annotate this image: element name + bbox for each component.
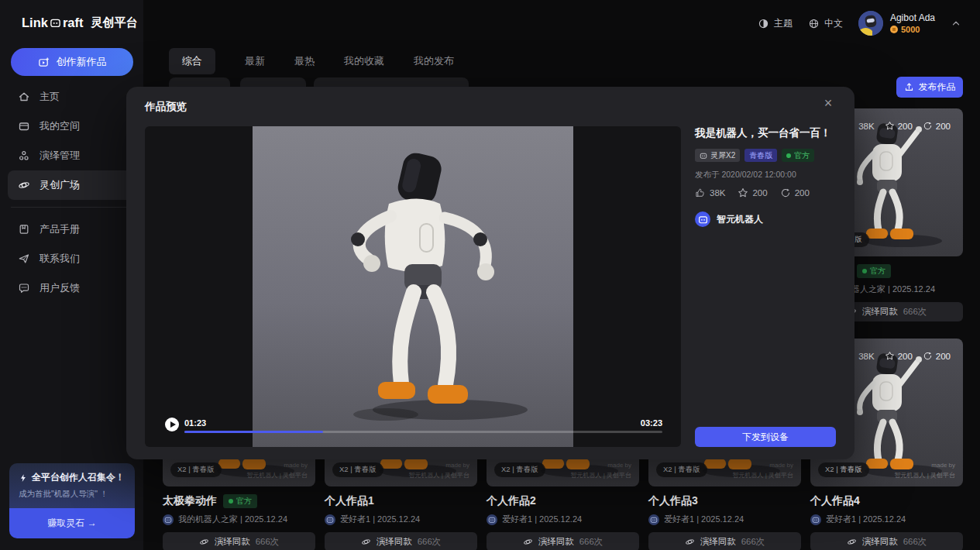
coin-icon (890, 26, 898, 33)
user-avatar[interactable] (858, 11, 883, 36)
remix-count: 666次 (903, 536, 927, 548)
remix-label: 演绎同款 (700, 536, 736, 548)
tab-hottest[interactable]: 最热 (294, 54, 315, 68)
card-title: 个人作品3 (648, 494, 698, 508)
work-stats: 38K 200 200 (695, 187, 836, 198)
theme-toggle[interactable]: 主题 (758, 17, 793, 30)
chevron-up-icon[interactable] (951, 18, 961, 29)
sidebar-item-performance-management[interactable]: 演绎管理 (8, 141, 136, 170)
promo-subtitle: 成为首批"机器人导演" ！ (19, 489, 126, 500)
official-tag: 官方 (782, 149, 814, 162)
theme-label: 主题 (774, 17, 793, 30)
robot-face-icon (698, 215, 708, 225)
model-tag: X2 | 青春版 (494, 462, 545, 477)
author-row[interactable]: 智元机器人 (695, 211, 836, 227)
progress-bar[interactable] (184, 431, 662, 433)
sidebar-item-lingchuang-plaza[interactable]: 灵创广场 (8, 170, 136, 200)
promo-info: 全平台创作人召集令！ 成为首批"机器人导演" ！ (9, 463, 135, 508)
coin-amount: 5000 (901, 25, 920, 34)
share-button[interactable]: 200 (780, 187, 810, 198)
progress-fill (184, 431, 323, 433)
sidebar-item-user-feedback[interactable]: 用户反馈 (8, 273, 136, 303)
paper-plane-icon (18, 253, 30, 265)
close-icon[interactable]: × (820, 95, 836, 111)
send-to-device-button[interactable]: 下发到设备 (695, 427, 836, 447)
tab-my-posts[interactable]: 我的发布 (414, 54, 454, 68)
made-by-watermark: made by智元机器人 | 灵创平台 (570, 461, 631, 481)
brand-logo: Link raft 灵创平台 (22, 15, 138, 30)
official-badge: 官方 (223, 494, 257, 508)
remix-button[interactable]: 演绎同款 666次 (163, 532, 315, 550)
sidebar-divider (11, 207, 132, 208)
share-icon (780, 187, 791, 198)
star-button[interactable]: 200 (738, 187, 767, 198)
model-tag: 灵犀X2 (695, 149, 740, 162)
remix-count: 666次 (256, 536, 280, 548)
remix-count: 666次 (579, 536, 603, 548)
publish-date: 发布于 2020/02/02 12:00:00 (695, 170, 836, 180)
header-right: 主题 中文 Agibot Ada (758, 8, 961, 39)
remix-button[interactable]: 演绎同款 666次 (810, 532, 963, 550)
remix-button[interactable]: 演绎同款 666次 (325, 532, 477, 550)
planet-icon (18, 179, 30, 191)
card-title-row: 个人作品1 (325, 494, 477, 508)
sidebar-item-label: 灵创广场 (40, 178, 80, 192)
theme-icon (758, 18, 769, 29)
current-time: 01:23 (184, 418, 206, 428)
video-plus-icon (38, 57, 50, 68)
remix-label: 演绎同款 (862, 536, 898, 548)
play-button[interactable] (165, 418, 179, 431)
send-to-device-label: 下发到设备 (742, 431, 789, 444)
publish-work-button[interactable]: 发布作品 (896, 77, 963, 98)
tab-my-favorites[interactable]: 我的收藏 (344, 54, 384, 68)
work-preview-modal: 作品预览 × 01:23 03:23 我是机器人，买一台省一百！ 灵犀X2 青春… (126, 87, 854, 459)
remix-button[interactable]: 演绎同款 666次 (487, 532, 639, 550)
official-badge: 官方 (857, 264, 891, 278)
video-player[interactable]: 01:23 03:23 (145, 126, 681, 447)
author-avatar (487, 514, 497, 525)
remix-label: 演绎同款 (215, 536, 250, 548)
planet-icon (685, 537, 695, 547)
model-tag: X2 | 青春版 (332, 462, 383, 477)
tab-newest[interactable]: 最新 (245, 54, 265, 68)
card-title-row: 太极拳动作 官方 (163, 494, 315, 508)
author-avatar (325, 514, 335, 525)
sidebar-item-my-space[interactable]: 我的空间 (8, 112, 136, 141)
earn-gems-button[interactable]: 赚取灵石 → (9, 508, 135, 538)
remix-button[interactable]: 演绎同款 666次 (648, 532, 801, 550)
star-icon (885, 121, 895, 131)
like-button[interactable]: 38K (695, 187, 725, 198)
thumbs-up-icon (695, 187, 706, 198)
earn-gems-label: 赚取灵石 → (47, 517, 96, 530)
sidebar-item-contact-us[interactable]: 联系我们 (8, 244, 136, 273)
planet-icon (523, 537, 533, 547)
tab-comprehensive[interactable]: 综合 (169, 48, 215, 74)
edition-tag: 青春版 (744, 149, 777, 162)
sidebar-item-label: 联系我们 (40, 252, 80, 266)
card-author-row: 爱好者1 | 2025.12.24 (648, 514, 801, 525)
official-dot-icon (229, 499, 233, 504)
sidebar-item-product-manual[interactable]: 产品手册 (8, 215, 136, 244)
user-menu[interactable]: Agibot Ada 5000 (858, 11, 935, 36)
robot-face-icon (650, 516, 658, 524)
sidebar-item-home[interactable]: 主页 (8, 82, 136, 112)
coin-balance: 5000 (890, 25, 935, 34)
robot-face-icon (812, 516, 820, 524)
remix-label: 演绎同款 (538, 536, 574, 548)
author-name: 智元机器人 (717, 213, 763, 226)
author-avatar (695, 211, 710, 227)
author-date-text: 爱好者1 | 2025.12.24 (664, 514, 744, 525)
author-date-text: 我的机器人之家 | 2025.12.24 (178, 514, 287, 525)
create-button-label: 创作新作品 (57, 55, 107, 69)
remix-label: 演绎同款 (862, 306, 898, 318)
thumb-stats: 38K 200 200 (845, 121, 951, 131)
work-tags: 灵犀X2 青春版 官方 (695, 149, 836, 162)
robot-video-image (253, 126, 573, 447)
work-title: 我是机器人，买一台省一百！ (695, 126, 836, 140)
robot-face-icon (488, 516, 496, 524)
create-new-work-button[interactable]: 创作新作品 (11, 48, 133, 76)
folder-icon (18, 120, 30, 132)
remix-count: 666次 (741, 536, 765, 548)
language-switcher[interactable]: 中文 (808, 17, 843, 30)
thumb-stats: 38K 200 200 (845, 351, 951, 361)
